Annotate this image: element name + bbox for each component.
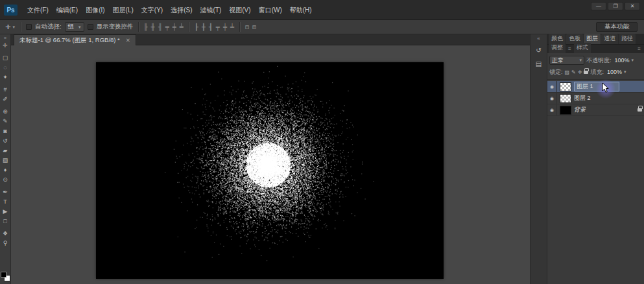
gradient-tool[interactable]: ▨ <box>1 156 10 165</box>
lock-position-icon[interactable]: ✛ <box>578 69 582 75</box>
menu-layer[interactable]: 图层(L) <box>109 0 137 20</box>
path-selection-tool[interactable]: ▶ <box>1 207 10 217</box>
minimize-button[interactable]: — <box>591 2 606 10</box>
lasso-tool[interactable]: ◌ <box>1 63 10 73</box>
panel-menu-icon[interactable]: ≡ <box>566 46 573 53</box>
distribute-middle-icon[interactable]: ┿ <box>222 24 228 30</box>
blend-mode-dropdown[interactable]: 正常 ▾ <box>549 56 584 65</box>
pen-tool[interactable]: ✒ <box>1 187 10 197</box>
layer-thumbnail[interactable] <box>560 82 571 91</box>
visibility-eye-icon[interactable]: ◉ <box>547 81 557 92</box>
type-tool[interactable]: T <box>1 197 10 207</box>
opacity-label: 不透明度: <box>586 56 612 65</box>
separator <box>138 22 139 32</box>
align-buttons: ╟ ╫ ╢ ╤ ╪ ╧ <box>143 24 184 30</box>
visibility-eye-icon[interactable]: ◉ <box>547 93 557 104</box>
menu-type[interactable]: 文字(Y) <box>137 0 167 20</box>
quick-selection-tool[interactable]: ✦ <box>1 73 10 82</box>
fill-dropdown[interactable]: 100% ▾ <box>606 67 628 77</box>
layer-thumbnail[interactable] <box>560 106 571 115</box>
auto-select-scope-dropdown[interactable]: 组 ▾ <box>65 22 84 32</box>
distribute-center-horizontal-icon[interactable]: ╂ <box>201 24 206 30</box>
document-title: 未标题-1 @ 66.7% (图层 1, RGB/8) * <box>19 36 120 45</box>
tab-paths[interactable]: 路径 <box>619 34 636 44</box>
opacity-dropdown[interactable]: 100% ▾ <box>614 56 636 65</box>
menubar: Ps 文件(F) 编辑(E) 图像(I) 图层(L) 文字(Y) 选择(S) 滤… <box>0 0 644 20</box>
canvas-workspace <box>11 45 530 284</box>
lock-image-pixels-icon[interactable]: ✎ <box>571 69 576 75</box>
restore-button[interactable]: ❐ <box>608 2 623 10</box>
show-transform-checkbox[interactable] <box>88 24 93 30</box>
tab-styles[interactable]: 样式 <box>574 43 591 53</box>
extra-option-buttons: ⊟ ⊞ <box>244 24 257 30</box>
clone-stamp-tool[interactable]: ◙ <box>1 126 10 136</box>
hand-tool[interactable]: ❖ <box>1 229 10 239</box>
3d-mode-icon[interactable]: ⊞ <box>252 24 257 30</box>
healing-brush-tool[interactable]: ⊕ <box>1 107 10 117</box>
tool-preset-picker[interactable]: ✛ ▾ <box>4 23 16 30</box>
crop-tool[interactable]: # <box>1 85 10 95</box>
marquee-tool[interactable]: ▢ <box>1 53 10 63</box>
layer-thumbnail[interactable] <box>560 94 571 103</box>
menu-view[interactable]: 视图(V) <box>225 0 254 20</box>
distribute-left-icon[interactable]: ┠ <box>194 24 199 30</box>
document-canvas[interactable] <box>96 62 444 279</box>
panel-menu-icon[interactable]: ≡ <box>636 46 643 53</box>
menu-help[interactable]: 帮助(H) <box>286 0 316 20</box>
menu-file[interactable]: 文件(F) <box>23 0 53 20</box>
photoshop-window: Ps 文件(F) 编辑(E) 图像(I) 图层(L) 文字(Y) 选择(S) 滤… <box>0 0 644 284</box>
visibility-eye-icon[interactable]: ◉ <box>547 104 557 115</box>
blend-mode-value: 正常 <box>552 56 564 65</box>
move-tool[interactable]: ✛ <box>1 41 10 51</box>
layer-row-background[interactable]: ◉ 背景 <box>547 104 644 116</box>
expand-panels-icon[interactable]: « <box>537 36 540 41</box>
photoshop-logo: Ps <box>4 5 18 16</box>
history-brush-tool[interactable]: ↺ <box>1 136 10 146</box>
brush-tool[interactable]: ✎ <box>1 117 10 126</box>
foreground-color-swatch[interactable] <box>1 272 6 278</box>
auto-align-icon[interactable]: ⊟ <box>244 24 250 30</box>
menu-edit[interactable]: 编辑(E) <box>53 0 82 20</box>
distribute-bottom-icon[interactable]: ┷ <box>230 24 235 30</box>
layer-row-layer-2[interactable]: ◉ 图层 2 <box>547 93 644 104</box>
color-swatches <box>1 272 10 281</box>
menu-image[interactable]: 图像(I) <box>82 0 108 20</box>
tab-adjustments[interactable]: 调整 <box>549 43 566 53</box>
close-tab-icon[interactable]: ✕ <box>126 37 130 43</box>
properties-icon[interactable]: ▤ <box>533 58 545 69</box>
distribute-right-icon[interactable]: ┨ <box>208 24 213 30</box>
chevron-down-icon: ▾ <box>624 69 626 75</box>
blur-tool[interactable]: ♦ <box>1 165 10 175</box>
history-icon[interactable]: ↺ <box>533 45 545 55</box>
layer-row-layer-1[interactable]: ◉ 图层 1 <box>547 81 644 93</box>
eyedropper-tool[interactable]: ✐ <box>1 95 10 104</box>
align-middle-icon[interactable]: ╪ <box>172 24 177 30</box>
lock-buttons: ▨ ✎ ✛ <box>565 69 589 75</box>
align-left-icon[interactable]: ╟ <box>143 24 149 30</box>
shape-tool[interactable]: □ <box>1 217 10 226</box>
lock-all-icon[interactable] <box>584 71 588 74</box>
layers-list: ◉ 图层 1 ◉ 图层 2 ◉ 背景 <box>547 81 644 116</box>
close-button[interactable]: ✕ <box>625 2 640 10</box>
align-center-horizontal-icon[interactable]: ╫ <box>150 24 156 30</box>
menu-filter[interactable]: 滤镜(T) <box>197 0 226 20</box>
lock-label: 锁定: <box>549 68 563 77</box>
menu-select[interactable]: 选择(S) <box>167 0 196 20</box>
eraser-tool[interactable]: ▰ <box>1 146 10 156</box>
align-top-icon[interactable]: ╤ <box>165 24 170 30</box>
toolbar-collapse-icon[interactable]: » <box>4 35 6 41</box>
align-right-icon[interactable]: ╢ <box>158 24 163 30</box>
dodge-tool[interactable]: ⊙ <box>1 175 10 185</box>
opacity-value: 100% <box>615 57 630 64</box>
zoom-tool[interactable]: ⚲ <box>1 239 10 248</box>
chevron-down-icon: ▾ <box>12 25 15 30</box>
document-tab[interactable]: 未标题-1 @ 66.7% (图层 1, RGB/8) * ✕ <box>14 34 136 45</box>
tab-channels[interactable]: 通道 <box>601 34 618 44</box>
auto-select-checkbox[interactable] <box>26 24 32 30</box>
menu-window[interactable]: 窗口(W) <box>255 0 286 20</box>
lock-transparent-pixels-icon[interactable]: ▨ <box>565 69 570 75</box>
align-bottom-icon[interactable]: ╧ <box>179 24 184 30</box>
distribute-top-icon[interactable]: ┯ <box>215 24 221 30</box>
show-transform-label: 显示变换控件 <box>97 23 134 31</box>
workspace-switcher-button[interactable]: 基本功能 <box>596 22 638 32</box>
